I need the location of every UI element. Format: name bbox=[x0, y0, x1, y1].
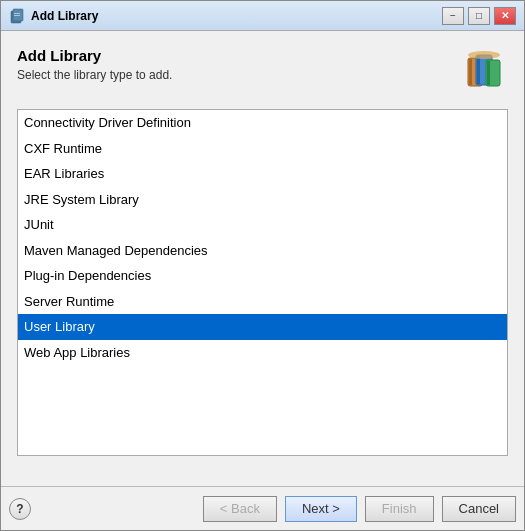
dialog-title: Add Library bbox=[17, 47, 450, 64]
library-list-item[interactable]: CXF Runtime bbox=[18, 136, 507, 162]
header-section: Add Library Select the library type to a… bbox=[17, 47, 508, 95]
library-list-item[interactable]: Maven Managed Dependencies bbox=[18, 238, 507, 264]
header-text: Add Library Select the library type to a… bbox=[17, 47, 450, 82]
add-library-window: Add Library − □ ✕ Add Library Select the… bbox=[0, 0, 525, 531]
window-controls: − □ ✕ bbox=[442, 7, 516, 25]
content-area: Add Library Select the library type to a… bbox=[1, 31, 524, 486]
svg-rect-9 bbox=[487, 61, 490, 85]
finish-button[interactable]: Finish bbox=[365, 496, 434, 522]
library-list-item[interactable]: User Library bbox=[18, 314, 507, 340]
close-button[interactable]: ✕ bbox=[494, 7, 516, 25]
library-list-item[interactable]: Server Runtime bbox=[18, 289, 507, 315]
svg-rect-7 bbox=[477, 56, 480, 84]
dialog-subtitle: Select the library type to add. bbox=[17, 68, 450, 82]
library-list-item[interactable]: Plug-in Dependencies bbox=[18, 263, 507, 289]
svg-rect-5 bbox=[469, 59, 472, 85]
minimize-button[interactable]: − bbox=[442, 7, 464, 25]
footer: ? < Back Next > Finish Cancel bbox=[1, 486, 524, 530]
header-icon bbox=[460, 47, 508, 95]
library-list-item[interactable]: Web App Libraries bbox=[18, 340, 507, 366]
svg-point-10 bbox=[468, 51, 500, 59]
footer-right: < Back Next > Finish Cancel bbox=[203, 496, 516, 522]
title-bar: Add Library − □ ✕ bbox=[1, 1, 524, 31]
library-list-item[interactable]: JRE System Library bbox=[18, 187, 507, 213]
window-title: Add Library bbox=[31, 9, 442, 23]
library-list-item[interactable]: EAR Libraries bbox=[18, 161, 507, 187]
window-icon bbox=[9, 8, 25, 24]
svg-rect-2 bbox=[14, 13, 20, 14]
library-list-item[interactable]: Connectivity Driver Definition bbox=[18, 110, 507, 136]
cancel-button[interactable]: Cancel bbox=[442, 496, 516, 522]
next-button[interactable]: Next > bbox=[285, 496, 357, 522]
svg-rect-3 bbox=[14, 15, 20, 16]
back-button[interactable]: < Back bbox=[203, 496, 277, 522]
footer-left: ? bbox=[9, 498, 31, 520]
library-list-item[interactable]: JUnit bbox=[18, 212, 507, 238]
library-list[interactable]: Connectivity Driver DefinitionCXF Runtim… bbox=[17, 109, 508, 456]
maximize-button[interactable]: □ bbox=[468, 7, 490, 25]
help-button[interactable]: ? bbox=[9, 498, 31, 520]
